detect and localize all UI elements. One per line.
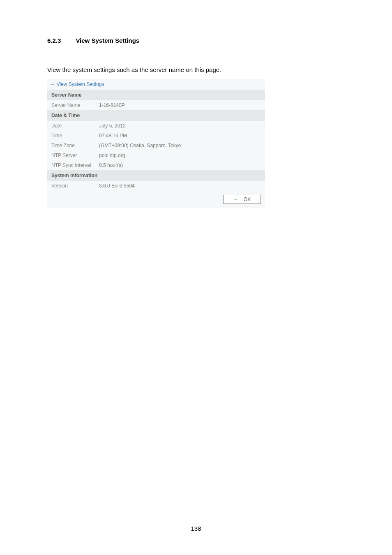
panel-title: View System Settings	[57, 81, 104, 87]
row-time-zone: Time Zone (GMT+09:00) Osaka, Sapporo, To…	[47, 141, 265, 150]
section-heading: 6.2.3View System Settings	[47, 37, 345, 44]
section-date-time: Date & Time	[47, 110, 265, 121]
ok-button[interactable]: → OK	[223, 195, 261, 204]
value-time-zone: (GMT+09:00) Osaka, Sapporo, Tokyo	[99, 143, 261, 148]
label-date: Date	[51, 123, 99, 129]
row-time: Time 07:48:16 PM	[47, 131, 265, 141]
value-time: 07:48:16 PM	[99, 133, 261, 139]
value-ntp-sync: 0.5 hour(s)	[99, 162, 261, 168]
value-date: July 5, 2012	[99, 123, 261, 129]
value-ntp-server: pool.ntp.org	[99, 153, 261, 158]
ok-button-label: OK	[244, 197, 251, 202]
button-row: → OK	[47, 191, 265, 208]
section-server-name: Server Name	[47, 90, 265, 100]
row-ntp-server: NTP Server pool.ntp.org	[47, 150, 265, 160]
label-server-name: Server Name	[51, 102, 99, 108]
settings-panel: –View System Settings Server Name Server…	[47, 79, 265, 208]
row-version: Version 3.6.0 Build 5504	[47, 181, 265, 191]
row-date: Date July 5, 2012	[47, 121, 265, 131]
value-server-name: 1-16-8140P	[99, 102, 261, 108]
label-time-zone: Time Zone	[51, 143, 99, 148]
page-number: 138	[0, 525, 392, 532]
label-version: Version	[51, 183, 99, 189]
heading-number: 6.2.3	[47, 37, 61, 44]
label-ntp-sync: NTP Sync Interval	[51, 162, 99, 168]
row-ntp-sync: NTP Sync Interval 0.5 hour(s)	[47, 160, 265, 170]
section-system-info: System Information	[47, 170, 265, 181]
arrow-right-icon: →	[233, 197, 238, 202]
intro-text: View the system settings such as the ser…	[47, 66, 345, 73]
label-ntp-server: NTP Server	[51, 153, 99, 158]
panel-header: –View System Settings	[47, 79, 265, 90]
row-server-name: Server Name 1-16-8140P	[47, 100, 265, 110]
value-version: 3.6.0 Build 5504	[99, 183, 261, 189]
collapse-icon: –	[51, 81, 54, 87]
heading-title: View System Settings	[76, 37, 139, 44]
label-time: Time	[51, 133, 99, 139]
